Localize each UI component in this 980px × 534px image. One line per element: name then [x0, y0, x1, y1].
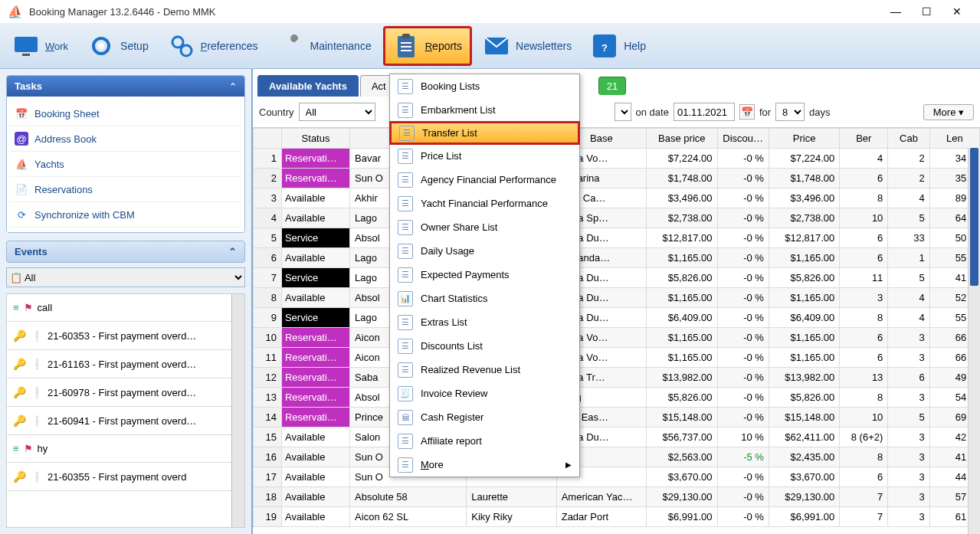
events-panel: Events ⌃ 📋 All ≡⚑ call🔑❕ 21-60353 - Firs…: [6, 241, 245, 528]
svg-point-3: [98, 43, 104, 49]
column-header[interactable]: Cab: [888, 129, 929, 149]
table-row[interactable]: 10Reservati…Aiconarina Vo…$1,165.00-0 %$…: [254, 328, 980, 348]
table-row[interactable]: 9ServiceLagoarina Du…$6,409.00-0 %$6,409…: [254, 308, 980, 328]
country-select[interactable]: All: [299, 103, 375, 121]
table-row[interactable]: 4AvailableLagoarina Sp…$2,738.00-0 %$2,7…: [254, 208, 980, 228]
table-row[interactable]: 18AvailableAbsolute 58LauretteAmerican Y…: [254, 487, 980, 507]
table-row[interactable]: 16AvailableSun Oort$2,563.00-5 %$2,435.0…: [254, 447, 980, 467]
svg-point-5: [181, 45, 192, 56]
table-row[interactable]: 12Reservati…Sabaarina Tr…$13,982.00-0 %$…: [254, 368, 980, 388]
column-header[interactable]: Status: [281, 129, 349, 149]
yacht-cell: Absolute 58: [350, 487, 467, 507]
event-item[interactable]: 🔑❕ 21-61163 - First payment overd…: [7, 350, 244, 378]
reports-menu-item[interactable]: ☰Yacht Financial Performance: [390, 192, 579, 215]
price-cell: $2,738.00: [769, 208, 839, 228]
event-item[interactable]: 🔑❕ 21-60941 - First payment overd…: [7, 407, 244, 435]
cab-cell: 3: [888, 507, 929, 527]
event-item[interactable]: 🔑❕ 21-60355 - First payment overd: [7, 463, 244, 491]
reports-menu-item[interactable]: 🧾Invoice Review: [390, 382, 579, 405]
reports-menu-item[interactable]: ☰Transfer List: [389, 121, 580, 145]
task-sync[interactable]: ⟳Synchronize with CBM: [10, 202, 241, 228]
toolbar-work[interactable]: Work: [5, 26, 77, 66]
task-reservations[interactable]: 📄Reservations: [10, 177, 241, 202]
table-row[interactable]: 7ServiceLagoarina Du…$5,826.00-0 %$5,826…: [254, 268, 980, 288]
reports-menu-item[interactable]: ☰Daily Usage: [390, 239, 579, 263]
ber-cell: 6: [840, 169, 888, 188]
date-input[interactable]: [674, 103, 735, 121]
table-scrollbar[interactable]: [968, 148, 980, 534]
reports-menu-item[interactable]: ☰Booking Lists: [390, 74, 579, 98]
toolbar-reports[interactable]: Reports: [383, 26, 472, 66]
column-header[interactable]: Price: [769, 129, 839, 149]
table-row[interactable]: 8AvailableAbsolarina Du…$1,165.00-0 %$1,…: [254, 288, 980, 308]
events-panel-header[interactable]: Events ⌃: [6, 241, 245, 263]
ber-cell: 6: [840, 467, 888, 487]
tab-badge-count[interactable]: 21: [598, 77, 626, 95]
table-row[interactable]: 2Reservati…Sun Os Marina$1,748.00-0 %$1,…: [254, 169, 980, 188]
toolbar-maintenance-label: Maintenance: [310, 40, 372, 52]
price-cell: $1,165.00: [769, 328, 839, 348]
table-row[interactable]: 1Reservati…Bavararina Vo…$7,224.00-0 %$7…: [254, 149, 980, 169]
days-select[interactable]: 8: [775, 103, 805, 121]
reports-menu-item[interactable]: 📊Chart Statistics: [390, 287, 579, 310]
reports-menu-item[interactable]: ☰Expected Payments: [390, 263, 579, 287]
base-price-cell: $1,165.00: [647, 288, 717, 308]
table-row[interactable]: 17AvailableSun O$3,670.00-0 %$3,670.0063…: [254, 467, 980, 487]
collapse-icon[interactable]: ⌃: [229, 81, 237, 92]
reports-menu-item[interactable]: ☰Affiliate report: [390, 429, 579, 453]
unknown-select[interactable]: [615, 103, 631, 121]
table-row[interactable]: 3AvailableAkhirams Ca…$3,496.00-0 %$3,49…: [254, 188, 980, 208]
reports-menu-item[interactable]: ☰Owner Share List: [390, 215, 579, 239]
reports-dropdown-menu: ☰Booking Lists☰Embarkment List☰Transfer …: [389, 74, 580, 477]
reports-menu-item[interactable]: ☰Price List: [390, 144, 579, 168]
table-row[interactable]: 5ServiceAbsolarina Du…$12,817.00-0 %$12,…: [254, 228, 980, 248]
reports-menu-item[interactable]: ☰More: [390, 453, 579, 477]
toolbar-setup[interactable]: Setup: [80, 26, 157, 66]
collapse-icon[interactable]: ⌃: [228, 246, 237, 257]
table-row[interactable]: 15AvailableSalonarina Du…$56,737.0010 %$…: [254, 428, 980, 447]
table-row[interactable]: 11Reservati…Aiconarina Vo…$1,165.00-0 %$…: [254, 348, 980, 368]
column-header[interactable]: Len: [929, 129, 979, 149]
event-item[interactable]: 🔑❕ 21-60978 - First payment overd…: [7, 378, 244, 407]
toolbar-newsletters[interactable]: Newsletters: [475, 26, 580, 66]
ber-cell: 6: [840, 348, 888, 368]
reports-menu-item[interactable]: ☰Realized Revenue List: [390, 358, 579, 382]
ber-cell: 7: [840, 487, 888, 507]
table-row[interactable]: 6AvailableLagoa Manda…$1,165.00-0 %$1,16…: [254, 248, 980, 268]
reports-menu-item[interactable]: ☰Agency Financial Performance: [390, 168, 579, 192]
row-number: 6: [254, 248, 282, 268]
column-header[interactable]: Ber: [840, 129, 888, 149]
toolbar-preferences[interactable]: Preferences: [160, 26, 267, 66]
calendar-picker-icon[interactable]: 📅: [739, 104, 755, 120]
tasks-panel-header[interactable]: Tasks ⌃: [7, 76, 244, 97]
task-label: Synchronize with CBM: [34, 209, 135, 221]
reports-menu-item[interactable]: 🏛Cash Register: [390, 405, 579, 429]
tab-available-yachts[interactable]: Available Yachts: [257, 75, 359, 97]
maximize-button[interactable]: ☐: [911, 0, 942, 23]
table-row[interactable]: 19AvailableAicon 62 SLKiky RikyZadar Por…: [254, 507, 980, 527]
column-header[interactable]: Discou…: [717, 129, 769, 149]
event-item[interactable]: 🔑❕ 21-60353 - First payment overd…: [7, 322, 244, 350]
task-address-book[interactable]: @Address Book: [10, 126, 241, 152]
event-item[interactable]: ≡⚑ call: [7, 294, 244, 322]
yacht-table: StatusBaseBase priceDiscou…PriceBerCabLe…: [253, 127, 980, 534]
toolbar-maintenance[interactable]: Maintenance: [270, 26, 380, 66]
task-booking-sheet[interactable]: 📅Booking Sheet: [10, 101, 241, 126]
ber-cell: 10: [840, 208, 888, 228]
close-button[interactable]: ✕: [942, 0, 972, 23]
status-cell: Reservati…: [281, 388, 349, 408]
events-filter-select[interactable]: 📋 All: [6, 267, 245, 287]
event-item[interactable]: ≡⚑ hy: [7, 435, 244, 463]
toolbar-help[interactable]: ? Help: [583, 26, 654, 66]
column-header[interactable]: [254, 129, 282, 149]
cab-cell: 5: [888, 268, 929, 288]
more-button[interactable]: More ▾: [923, 104, 974, 120]
table-row[interactable]: 14Reservati…Princend - Eas…$15,148.00-0 …: [254, 408, 980, 428]
table-row[interactable]: 13Reservati…Absolourg$5,826.00-0 %$5,826…: [254, 388, 980, 408]
reports-menu-item[interactable]: ☰Extras List: [390, 310, 579, 334]
column-header[interactable]: Base price: [647, 129, 717, 149]
minimize-button[interactable]: —: [880, 0, 911, 23]
reports-menu-item[interactable]: ☰Discounts List: [390, 334, 579, 358]
reports-menu-item[interactable]: ☰Embarkment List: [390, 98, 579, 122]
task-yachts[interactable]: ⛵Yachts: [10, 152, 241, 177]
